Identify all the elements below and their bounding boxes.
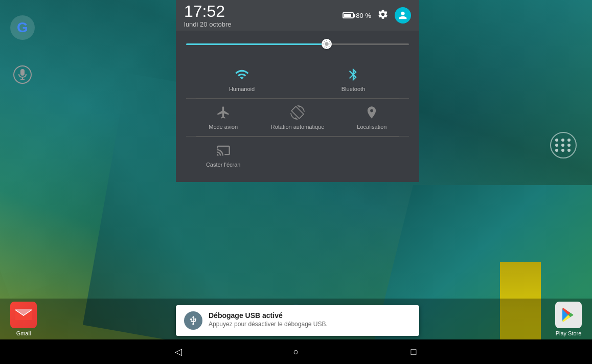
brightness-thumb[interactable]	[322, 39, 332, 49]
google-search-widget[interactable]: G	[10, 15, 35, 40]
brightness-section	[176, 31, 419, 57]
notification-usb[interactable]: Débogage USB activé Appuyez pour désacti…	[176, 305, 419, 336]
battery-indicator: 80 %	[343, 12, 371, 19]
location-label: Localisation	[357, 124, 386, 130]
dock-gmail[interactable]: Gmail	[10, 302, 37, 336]
qs-icons: 80 %	[343, 7, 411, 24]
qs-time-section: 17:52 lundi 20 octobre	[184, 3, 232, 28]
brightness-track	[186, 43, 409, 45]
user-avatar[interactable]	[395, 7, 411, 24]
qs-tile-airplane[interactable]: Mode avion	[186, 99, 260, 136]
qs-time: 17:52	[184, 3, 232, 19]
play-store-icon	[555, 302, 582, 328]
qs-row-1: Humanoid Bluetooth	[186, 61, 409, 99]
qs-tile-location[interactable]: Localisation	[335, 99, 409, 136]
google-g-icon: G	[17, 19, 28, 36]
bluetooth-label: Bluetooth	[341, 86, 365, 92]
battery-percent: 80 %	[356, 12, 371, 19]
bluetooth-icon	[346, 67, 360, 82]
app-drawer-dots	[555, 139, 572, 152]
notif-text: Débogage USB activé Appuyez pour désacti…	[209, 311, 411, 328]
qs-row-2: Mode avion Rotation automatique Loca	[186, 99, 409, 136]
location-icon	[365, 105, 379, 120]
qs-tile-cast[interactable]: Caster l'écran	[186, 137, 260, 174]
gmail-label: Gmail	[16, 330, 31, 336]
settings-icon[interactable]	[377, 9, 389, 22]
qs-date: lundi 20 octobre	[184, 20, 232, 28]
qs-tile-wifi[interactable]: Humanoid	[186, 61, 298, 99]
nav-home-button[interactable]: ○	[288, 344, 304, 359]
qs-row-3: Caster l'écran	[186, 137, 409, 174]
battery-icon	[343, 12, 354, 18]
qs-tile-rotation[interactable]: Rotation automatique	[260, 99, 334, 136]
app-drawer-button[interactable]	[550, 132, 577, 158]
cast-label: Caster l'écran	[206, 162, 241, 168]
notif-usb-icon	[184, 311, 202, 330]
quick-settings-panel: 17:52 lundi 20 octobre 80 %	[176, 0, 419, 182]
airplane-label: Mode avion	[209, 124, 238, 130]
brightness-slider[interactable]	[186, 39, 409, 49]
qs-tiles: Humanoid Bluetooth Mo	[176, 57, 419, 182]
qs-header: 17:52 lundi 20 octobre 80 %	[176, 0, 419, 31]
dock-play-store[interactable]: Play Store	[555, 302, 582, 336]
cast-icon	[216, 143, 231, 157]
play-store-label: Play Store	[556, 330, 582, 336]
nav-back-button[interactable]: ◁	[171, 344, 186, 359]
wifi-label: Humanoid	[229, 86, 255, 92]
launcher-icons: G	[10, 15, 35, 99]
nav-bar: ◁ ○ □	[0, 339, 592, 364]
mic-icon	[13, 65, 32, 84]
notif-title: Débogage USB activé	[209, 311, 411, 320]
gmail-icon	[10, 302, 37, 328]
nav-recents-button[interactable]: □	[406, 344, 421, 359]
airplane-icon	[216, 105, 231, 120]
rotate-icon	[290, 105, 305, 120]
rotation-label: Rotation automatique	[271, 124, 325, 130]
notif-body: Appuyez pour désactiver le débogage USB.	[209, 321, 411, 328]
qs-tile-bluetooth[interactable]: Bluetooth	[298, 61, 409, 99]
mic-widget[interactable]	[10, 65, 35, 84]
wifi-icon	[235, 67, 249, 82]
svg-rect-0	[20, 69, 25, 76]
